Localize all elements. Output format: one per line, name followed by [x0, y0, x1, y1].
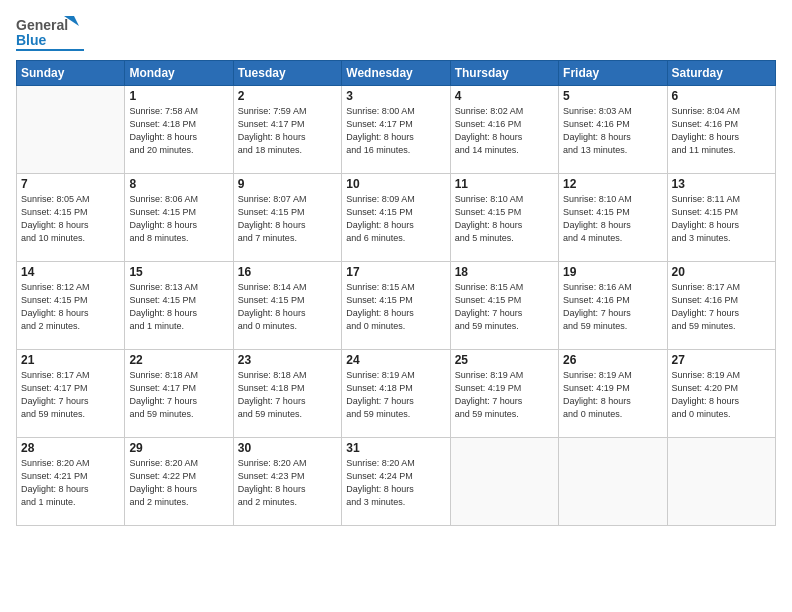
calendar-cell: 12Sunrise: 8:10 AMSunset: 4:15 PMDayligh… — [559, 174, 667, 262]
cell-text: Sunrise: 8:16 AMSunset: 4:16 PMDaylight:… — [563, 281, 662, 333]
logo-svg: General Blue — [16, 12, 86, 54]
day-number: 19 — [563, 265, 662, 279]
day-number: 18 — [455, 265, 554, 279]
day-number: 22 — [129, 353, 228, 367]
calendar-cell: 15Sunrise: 8:13 AMSunset: 4:15 PMDayligh… — [125, 262, 233, 350]
calendar-cell: 31Sunrise: 8:20 AMSunset: 4:24 PMDayligh… — [342, 438, 450, 526]
day-number: 30 — [238, 441, 337, 455]
day-number: 5 — [563, 89, 662, 103]
day-number: 15 — [129, 265, 228, 279]
day-number: 10 — [346, 177, 445, 191]
calendar-day-header: Sunday — [17, 61, 125, 86]
calendar-cell: 27Sunrise: 8:19 AMSunset: 4:20 PMDayligh… — [667, 350, 775, 438]
cell-text: Sunrise: 7:59 AMSunset: 4:17 PMDaylight:… — [238, 105, 337, 157]
logo: General Blue — [16, 12, 86, 54]
calendar-cell: 24Sunrise: 8:19 AMSunset: 4:18 PMDayligh… — [342, 350, 450, 438]
cell-text: Sunrise: 8:15 AMSunset: 4:15 PMDaylight:… — [346, 281, 445, 333]
calendar-cell: 8Sunrise: 8:06 AMSunset: 4:15 PMDaylight… — [125, 174, 233, 262]
calendar-day-header: Saturday — [667, 61, 775, 86]
cell-text: Sunrise: 8:17 AMSunset: 4:17 PMDaylight:… — [21, 369, 120, 421]
calendar-day-header: Thursday — [450, 61, 558, 86]
calendar-header-row: SundayMondayTuesdayWednesdayThursdayFrid… — [17, 61, 776, 86]
day-number: 6 — [672, 89, 771, 103]
day-number: 24 — [346, 353, 445, 367]
calendar-cell: 22Sunrise: 8:18 AMSunset: 4:17 PMDayligh… — [125, 350, 233, 438]
calendar-cell: 5Sunrise: 8:03 AMSunset: 4:16 PMDaylight… — [559, 86, 667, 174]
calendar-cell: 30Sunrise: 8:20 AMSunset: 4:23 PMDayligh… — [233, 438, 341, 526]
cell-text: Sunrise: 7:58 AMSunset: 4:18 PMDaylight:… — [129, 105, 228, 157]
calendar-week-row: 21Sunrise: 8:17 AMSunset: 4:17 PMDayligh… — [17, 350, 776, 438]
cell-text: Sunrise: 8:10 AMSunset: 4:15 PMDaylight:… — [455, 193, 554, 245]
day-number: 26 — [563, 353, 662, 367]
cell-text: Sunrise: 8:13 AMSunset: 4:15 PMDaylight:… — [129, 281, 228, 333]
calendar-cell: 11Sunrise: 8:10 AMSunset: 4:15 PMDayligh… — [450, 174, 558, 262]
cell-text: Sunrise: 8:12 AMSunset: 4:15 PMDaylight:… — [21, 281, 120, 333]
day-number: 17 — [346, 265, 445, 279]
calendar-cell — [17, 86, 125, 174]
calendar-week-row: 28Sunrise: 8:20 AMSunset: 4:21 PMDayligh… — [17, 438, 776, 526]
calendar-week-row: 7Sunrise: 8:05 AMSunset: 4:15 PMDaylight… — [17, 174, 776, 262]
calendar-cell: 2Sunrise: 7:59 AMSunset: 4:17 PMDaylight… — [233, 86, 341, 174]
day-number: 13 — [672, 177, 771, 191]
calendar-cell — [450, 438, 558, 526]
day-number: 23 — [238, 353, 337, 367]
cell-text: Sunrise: 8:15 AMSunset: 4:15 PMDaylight:… — [455, 281, 554, 333]
day-number: 1 — [129, 89, 228, 103]
calendar-cell: 25Sunrise: 8:19 AMSunset: 4:19 PMDayligh… — [450, 350, 558, 438]
svg-text:General: General — [16, 17, 68, 33]
day-number: 25 — [455, 353, 554, 367]
cell-text: Sunrise: 8:07 AMSunset: 4:15 PMDaylight:… — [238, 193, 337, 245]
page-container: General Blue SundayMondayTuesdayWednesda… — [0, 0, 792, 612]
day-number: 20 — [672, 265, 771, 279]
cell-text: Sunrise: 8:20 AMSunset: 4:23 PMDaylight:… — [238, 457, 337, 509]
day-number: 16 — [238, 265, 337, 279]
day-number: 29 — [129, 441, 228, 455]
day-number: 21 — [21, 353, 120, 367]
cell-text: Sunrise: 8:10 AMSunset: 4:15 PMDaylight:… — [563, 193, 662, 245]
cell-text: Sunrise: 8:05 AMSunset: 4:15 PMDaylight:… — [21, 193, 120, 245]
calendar-cell: 19Sunrise: 8:16 AMSunset: 4:16 PMDayligh… — [559, 262, 667, 350]
calendar-cell — [667, 438, 775, 526]
cell-text: Sunrise: 8:20 AMSunset: 4:24 PMDaylight:… — [346, 457, 445, 509]
header: General Blue — [16, 12, 776, 54]
cell-text: Sunrise: 8:11 AMSunset: 4:15 PMDaylight:… — [672, 193, 771, 245]
calendar-cell: 9Sunrise: 8:07 AMSunset: 4:15 PMDaylight… — [233, 174, 341, 262]
day-number: 14 — [21, 265, 120, 279]
calendar-week-row: 14Sunrise: 8:12 AMSunset: 4:15 PMDayligh… — [17, 262, 776, 350]
day-number: 27 — [672, 353, 771, 367]
day-number: 4 — [455, 89, 554, 103]
cell-text: Sunrise: 8:09 AMSunset: 4:15 PMDaylight:… — [346, 193, 445, 245]
calendar-cell: 29Sunrise: 8:20 AMSunset: 4:22 PMDayligh… — [125, 438, 233, 526]
calendar-cell: 14Sunrise: 8:12 AMSunset: 4:15 PMDayligh… — [17, 262, 125, 350]
day-number: 28 — [21, 441, 120, 455]
cell-text: Sunrise: 8:06 AMSunset: 4:15 PMDaylight:… — [129, 193, 228, 245]
calendar-cell: 28Sunrise: 8:20 AMSunset: 4:21 PMDayligh… — [17, 438, 125, 526]
calendar-week-row: 1Sunrise: 7:58 AMSunset: 4:18 PMDaylight… — [17, 86, 776, 174]
calendar-cell: 3Sunrise: 8:00 AMSunset: 4:17 PMDaylight… — [342, 86, 450, 174]
calendar-day-header: Friday — [559, 61, 667, 86]
day-number: 2 — [238, 89, 337, 103]
calendar-cell: 17Sunrise: 8:15 AMSunset: 4:15 PMDayligh… — [342, 262, 450, 350]
day-number: 3 — [346, 89, 445, 103]
calendar-cell — [559, 438, 667, 526]
calendar-cell: 10Sunrise: 8:09 AMSunset: 4:15 PMDayligh… — [342, 174, 450, 262]
day-number: 11 — [455, 177, 554, 191]
cell-text: Sunrise: 8:02 AMSunset: 4:16 PMDaylight:… — [455, 105, 554, 157]
calendar-cell: 7Sunrise: 8:05 AMSunset: 4:15 PMDaylight… — [17, 174, 125, 262]
calendar-cell: 1Sunrise: 7:58 AMSunset: 4:18 PMDaylight… — [125, 86, 233, 174]
calendar-cell: 26Sunrise: 8:19 AMSunset: 4:19 PMDayligh… — [559, 350, 667, 438]
cell-text: Sunrise: 8:18 AMSunset: 4:17 PMDaylight:… — [129, 369, 228, 421]
calendar-table: SundayMondayTuesdayWednesdayThursdayFrid… — [16, 60, 776, 526]
calendar-cell: 16Sunrise: 8:14 AMSunset: 4:15 PMDayligh… — [233, 262, 341, 350]
day-number: 12 — [563, 177, 662, 191]
calendar-day-header: Wednesday — [342, 61, 450, 86]
day-number: 31 — [346, 441, 445, 455]
cell-text: Sunrise: 8:19 AMSunset: 4:20 PMDaylight:… — [672, 369, 771, 421]
cell-text: Sunrise: 8:17 AMSunset: 4:16 PMDaylight:… — [672, 281, 771, 333]
day-number: 9 — [238, 177, 337, 191]
cell-text: Sunrise: 8:14 AMSunset: 4:15 PMDaylight:… — [238, 281, 337, 333]
calendar-day-header: Tuesday — [233, 61, 341, 86]
day-number: 7 — [21, 177, 120, 191]
cell-text: Sunrise: 8:00 AMSunset: 4:17 PMDaylight:… — [346, 105, 445, 157]
cell-text: Sunrise: 8:04 AMSunset: 4:16 PMDaylight:… — [672, 105, 771, 157]
